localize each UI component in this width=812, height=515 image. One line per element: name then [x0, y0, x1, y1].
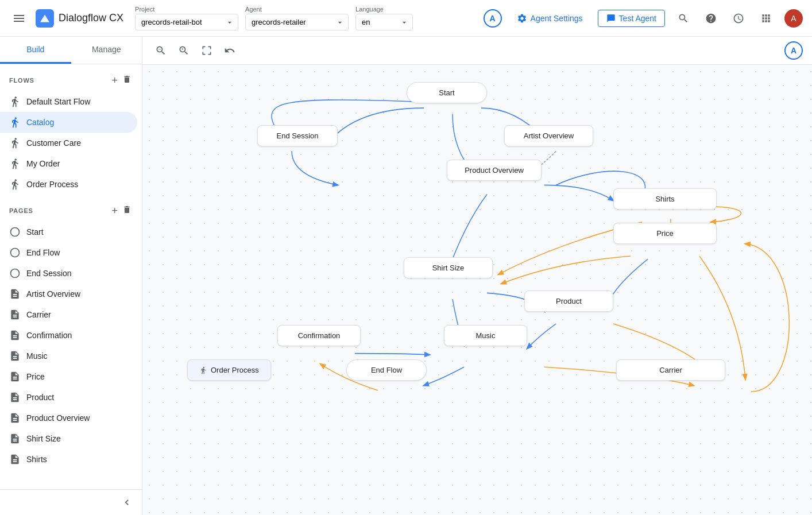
topbar: Dialogflow CX Project grecords-retail-bo…: [0, 0, 812, 37]
agent-settings-button[interactable]: Agent Settings: [511, 10, 589, 27]
flow-canvas-avatar[interactable]: A: [784, 41, 803, 60]
search-icon: [678, 13, 689, 24]
sidebar-page-price[interactable]: Price: [0, 366, 137, 387]
sidebar-item-catalog[interactable]: Catalog: [0, 112, 137, 133]
page-icon-3: [9, 330, 21, 341]
sidebar-page-end-flow[interactable]: End Flow: [0, 242, 137, 263]
add-page-button[interactable]: +: [110, 204, 119, 217]
search-button[interactable]: [674, 9, 693, 28]
project-label: Project: [135, 6, 238, 13]
test-agent-button[interactable]: Test Agent: [598, 10, 665, 27]
hamburger-button[interactable]: [9, 10, 29, 26]
flow-connections: [142, 65, 812, 515]
canvas-toolbar: A: [142, 37, 812, 65]
node-order-process[interactable]: Order Process: [187, 359, 271, 381]
sidebar-page-product[interactable]: Product: [0, 387, 137, 408]
apps-button[interactable]: [757, 9, 775, 28]
node-end-flow[interactable]: End Flow: [346, 359, 427, 381]
node-shirt-size[interactable]: Shirt Size: [404, 257, 493, 278]
sidebar: Build Manage FLOWS + Default Start Flow …: [0, 37, 142, 515]
page-icon-2: [9, 309, 21, 320]
zoom-out-icon: [155, 45, 167, 56]
sidebar-catalog-label: Catalog: [26, 118, 54, 127]
sidebar-page-end-flow-label: End Flow: [26, 248, 60, 257]
svg-point-3: [11, 228, 20, 237]
chat-icon: [606, 14, 616, 23]
flow-icon-4: [9, 179, 21, 190]
sidebar-item-my-order[interactable]: My Order: [0, 153, 137, 174]
node-music[interactable]: Music: [444, 325, 527, 346]
sidebar-page-product-label: Product: [26, 393, 54, 402]
history-button[interactable]: [729, 9, 748, 28]
page-icon-6: [9, 392, 21, 403]
node-product-overview[interactable]: Product Overview: [447, 160, 542, 181]
node-price[interactable]: Price: [613, 223, 717, 244]
sidebar-page-music[interactable]: Music: [0, 346, 137, 366]
node-carrier[interactable]: Carrier: [616, 359, 725, 381]
sidebar-page-start[interactable]: Start: [0, 222, 137, 242]
circle-icon: [9, 226, 21, 238]
sidebar-page-shirt-size[interactable]: Shirt Size: [0, 428, 137, 449]
tab-build[interactable]: Build: [0, 37, 71, 64]
zoom-out-button[interactable]: [152, 41, 170, 60]
pages-actions: +: [110, 204, 133, 217]
node-start[interactable]: Start: [407, 82, 487, 103]
svg-point-5: [11, 269, 20, 278]
logo-text: Dialogflow CX: [59, 12, 123, 24]
delete-page-button[interactable]: [121, 204, 133, 217]
test-agent-label: Test Agent: [619, 14, 656, 23]
project-select[interactable]: grecords-retail-bot: [135, 14, 238, 30]
page-icon-4: [9, 350, 21, 362]
circle-icon-2: [9, 247, 21, 258]
undo-button[interactable]: [221, 41, 239, 60]
page-icon-7: [9, 412, 21, 424]
flow-canvas[interactable]: Start End Session Artist Overview Produc…: [142, 65, 812, 515]
language-select[interactable]: en: [355, 14, 413, 30]
sidebar-page-confirmation[interactable]: Confirmation: [0, 325, 137, 346]
trash-icon: [122, 75, 132, 84]
dropdowns: Project grecords-retail-bot Agent grecor…: [135, 6, 477, 30]
sidebar-page-carrier[interactable]: Carrier: [0, 304, 137, 325]
node-end-session[interactable]: End Session: [257, 125, 338, 146]
add-flow-button[interactable]: +: [110, 73, 119, 87]
sidebar-item-label: Default Start Flow: [26, 97, 90, 106]
sidebar-page-product-overview-label: Product Overview: [26, 413, 90, 423]
project-dropdown: Project grecords-retail-bot: [135, 6, 238, 30]
canvas-area: A: [142, 37, 812, 515]
fit-screen-button[interactable]: [198, 41, 216, 60]
chevron-left-icon: [121, 497, 133, 508]
sidebar-page-shirts-label: Shirts: [26, 455, 47, 464]
sidebar-page-artist-overview[interactable]: Artist Overview: [0, 284, 137, 304]
apps-icon: [760, 13, 772, 24]
delete-flow-button[interactable]: [121, 73, 133, 87]
help-icon: [705, 13, 717, 24]
circle-icon-3: [9, 268, 21, 279]
flow-avatar[interactable]: A: [484, 9, 502, 28]
sidebar-page-music-label: Music: [26, 351, 48, 361]
pages-section-header: PAGES +: [0, 195, 142, 222]
sidebar-page-product-overview[interactable]: Product Overview: [0, 408, 137, 428]
flow-icon: [9, 96, 21, 107]
node-confirmation[interactable]: Confirmation: [277, 325, 361, 346]
sidebar-page-start-label: Start: [26, 227, 44, 237]
node-shirts[interactable]: Shirts: [613, 188, 717, 210]
sidebar-page-end-session[interactable]: End Session: [0, 263, 137, 284]
help-button[interactable]: [702, 9, 720, 28]
fit-screen-icon: [201, 45, 212, 56]
sidebar-item-customer-care[interactable]: Customer Care: [0, 133, 137, 153]
tab-manage[interactable]: Manage: [71, 37, 142, 64]
user-avatar[interactable]: A: [784, 9, 803, 28]
zoom-in-button[interactable]: [175, 41, 193, 60]
sidebar-item-default-start-flow[interactable]: Default Start Flow: [0, 91, 137, 112]
settings-icon: [517, 13, 527, 24]
sidebar-page-shirts[interactable]: Shirts: [0, 449, 137, 470]
node-artist-overview[interactable]: Artist Overview: [504, 125, 593, 146]
sidebar-item-order-process[interactable]: Order Process: [0, 174, 137, 195]
undo-icon: [224, 45, 235, 56]
flows-actions: +: [110, 73, 133, 87]
flow-icon-3: [9, 158, 21, 169]
collapse-sidebar-button[interactable]: [0, 489, 142, 515]
agent-select[interactable]: grecords-retailer: [245, 14, 349, 30]
logo-icon: [36, 9, 54, 28]
node-product[interactable]: Product: [524, 291, 613, 312]
